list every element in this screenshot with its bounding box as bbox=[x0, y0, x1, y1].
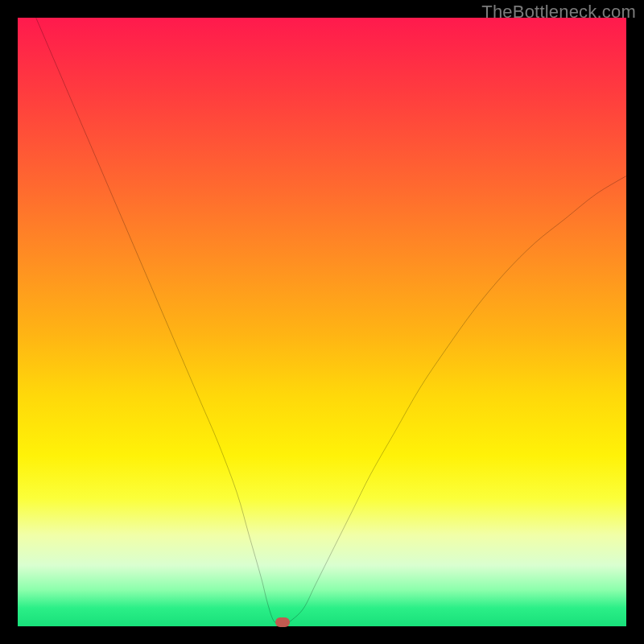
min-marker bbox=[275, 617, 290, 627]
watermark-text: TheBottleneck.com bbox=[481, 2, 636, 23]
bottleneck-curve bbox=[18, 18, 626, 626]
plot-area bbox=[18, 18, 626, 626]
chart-frame: TheBottleneck.com bbox=[0, 0, 644, 644]
